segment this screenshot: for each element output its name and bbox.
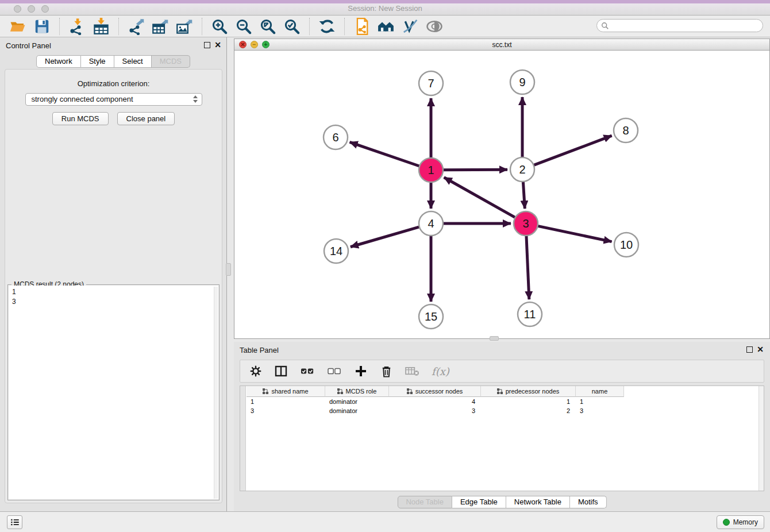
close-table-panel-button[interactable]: ✕: [757, 345, 764, 354]
optimization-criterion-select[interactable]: strongly connected component: [25, 93, 202, 106]
toolbar-separator: [309, 18, 310, 35]
import-network-icon[interactable]: [68, 18, 86, 35]
result-scrollbar[interactable]: [214, 287, 218, 499]
control-panel: Control Panel ✕ NetworkStyleSelectMCDS O…: [0, 37, 227, 511]
cell-predecessor-nodes[interactable]: 1: [481, 397, 576, 406]
attribute-tree-icon: [337, 388, 343, 394]
edge-1-6[interactable]: [350, 142, 420, 166]
zoom-fit-icon[interactable]: [259, 18, 276, 35]
mcds-panel: Optimization criterion: strongly connect…: [5, 69, 222, 503]
memory-button[interactable]: Memory: [717, 515, 764, 529]
edge-3-10[interactable]: [537, 226, 612, 241]
export-image-icon[interactable]: [176, 18, 193, 35]
deselect-all-checkboxes-icon[interactable]: [327, 365, 342, 377]
cell-successor-nodes[interactable]: 3: [389, 406, 481, 415]
node-1[interactable]: 1: [419, 158, 443, 182]
export-table-icon[interactable]: [152, 18, 169, 35]
table-scrollbar[interactable]: [759, 386, 764, 491]
memory-label: Memory: [733, 518, 758, 526]
cell-name[interactable]: 3: [576, 406, 624, 415]
zoom-in-icon[interactable]: [211, 18, 228, 35]
tab-node-table[interactable]: Node Table: [397, 496, 452, 508]
cell-shared-name[interactable]: 3: [247, 406, 325, 415]
cell-mcds-role[interactable]: dominator: [325, 397, 389, 406]
node-8[interactable]: 8: [614, 118, 638, 142]
node-2[interactable]: 2: [510, 157, 534, 182]
refresh-icon[interactable]: [318, 18, 336, 35]
cell-shared-name[interactable]: 1: [247, 397, 325, 406]
cell-name[interactable]: 1: [576, 397, 624, 406]
svg-text:1: 1: [428, 164, 434, 176]
column-header-label: MCDS role: [346, 388, 377, 395]
network-canvas[interactable]: 7968124314101511: [234, 51, 769, 338]
node-table[interactable]: shared nameMCDS rolesuccessor nodesprede…: [240, 385, 764, 491]
horizontal-splitter-handle[interactable]: [490, 336, 499, 341]
close-panel-button-mcds[interactable]: Close panel: [117, 112, 175, 125]
node-7[interactable]: 7: [419, 71, 443, 95]
node-6[interactable]: 6: [324, 125, 348, 149]
edge-3-1[interactable]: [444, 178, 516, 218]
table-row[interactable]: 3dominator323: [247, 406, 624, 415]
edge-1-2[interactable]: [442, 169, 507, 170]
column-header-label: predecessor nodes: [506, 388, 560, 395]
close-panel-button[interactable]: ✕: [214, 40, 221, 49]
network-graph[interactable]: 7968124314101511: [234, 51, 769, 338]
node-3[interactable]: 3: [514, 211, 538, 236]
delete-trash-icon[interactable]: [380, 365, 393, 378]
node-9[interactable]: 9: [510, 70, 534, 94]
optimization-criterion-label: Optimization criterion:: [5, 79, 222, 88]
task-history-button[interactable]: [7, 515, 22, 529]
tab-edge-table[interactable]: Edge Table: [452, 496, 506, 508]
column-header-mcds-role[interactable]: MCDS role: [325, 386, 389, 397]
node-15[interactable]: 15: [419, 304, 443, 329]
tab-network[interactable]: Network: [36, 55, 81, 68]
column-header-shared-name[interactable]: shared name: [247, 386, 325, 397]
open-folder-icon[interactable]: [9, 18, 26, 35]
column-header-predecessor-nodes[interactable]: predecessor nodes: [481, 386, 576, 397]
float-panel-button[interactable]: [204, 42, 210, 48]
tab-network-table[interactable]: Network Table: [506, 496, 570, 508]
float-table-panel-button[interactable]: [746, 346, 753, 353]
node-4[interactable]: 4: [419, 211, 443, 236]
network-from-file-icon[interactable]: [353, 18, 371, 35]
column-header-label: name: [592, 388, 608, 395]
cell-successor-nodes[interactable]: 4: [389, 397, 481, 406]
edge-2-3[interactable]: [523, 181, 525, 209]
edge-4-14[interactable]: [351, 227, 420, 247]
search-input[interactable]: [596, 19, 763, 32]
edge-2-8[interactable]: [533, 136, 612, 165]
first-neighbors-icon[interactable]: [378, 18, 395, 35]
column-header-name[interactable]: name: [576, 386, 624, 397]
vertical-splitter-handle[interactable]: [226, 263, 231, 276]
import-table-icon[interactable]: [93, 18, 110, 35]
table-row[interactable]: 1dominator411: [247, 397, 624, 406]
settings-gear-icon[interactable]: [249, 365, 262, 377]
cell-predecessor-nodes[interactable]: 2: [481, 406, 576, 415]
delete-table-icon[interactable]: [405, 365, 419, 377]
select-stepper-icon: [193, 95, 198, 103]
run-mcds-button[interactable]: Run MCDS: [52, 112, 109, 125]
svg-text:6: 6: [332, 131, 338, 144]
select-all-checkboxes-icon[interactable]: [300, 365, 315, 377]
node-10[interactable]: 10: [614, 233, 638, 257]
edge-3-11[interactable]: [526, 235, 529, 299]
zoom-selected-icon[interactable]: [283, 18, 301, 35]
mcds-result-list[interactable]: 13: [9, 286, 218, 499]
zoom-out-icon[interactable]: [235, 18, 252, 35]
tab-mcds[interactable]: MCDS: [152, 55, 190, 68]
column-header-successor-nodes[interactable]: successor nodes: [389, 386, 481, 397]
add-column-icon[interactable]: [354, 364, 368, 378]
tab-select[interactable]: Select: [114, 55, 152, 68]
node-14[interactable]: 14: [324, 239, 348, 263]
cell-mcds-role[interactable]: dominator: [325, 406, 389, 415]
tab-style[interactable]: Style: [81, 55, 114, 68]
node-11[interactable]: 11: [518, 302, 542, 326]
show-all-eye-icon[interactable]: [426, 18, 443, 35]
column-header-label: shared name: [271, 388, 308, 395]
tab-motifs[interactable]: Motifs: [570, 496, 607, 508]
export-network-icon[interactable]: [128, 18, 145, 35]
function-builder-icon[interactable]: f(x): [432, 365, 449, 377]
hide-selected-icon[interactable]: [402, 18, 419, 35]
save-icon[interactable]: [33, 18, 51, 35]
column-view-icon[interactable]: [274, 364, 288, 378]
